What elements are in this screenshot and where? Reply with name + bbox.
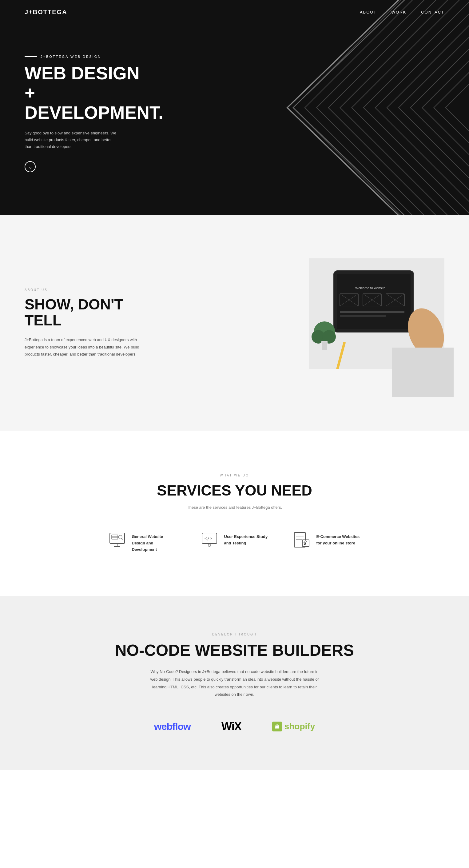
shopify-logo-text: shopify: [284, 721, 315, 732]
hero-subtitle: Say good bye to slow and expensive engin…: [25, 130, 117, 150]
wix-logo-text: WiX: [221, 720, 242, 733]
services-subtitle: These are the services and features J+Bo…: [25, 505, 444, 510]
svg-rect-3: [337, 274, 411, 329]
services-eyebrow: WHAT WE DO: [25, 474, 444, 477]
webflow-logo[interactable]: webflow: [154, 721, 191, 732]
service-label-2: User Experience Study and Testing: [224, 531, 269, 547]
svg-rect-28: [112, 535, 118, 539]
svg-point-35: [208, 544, 211, 547]
about-right: Welcome to website: [172, 258, 444, 388]
nocode-logos: webflow WiX shopify: [25, 720, 444, 733]
nav-links: ABOUT WORK CONTACT: [360, 10, 444, 14]
service-label-3: E-Commerce Websites for your online stor…: [316, 531, 361, 547]
nav-link-work[interactable]: WORK: [392, 10, 406, 14]
webflow-logo-text: webflow: [154, 721, 191, 732]
navigation: J+BOTTEGA ABOUT WORK CONTACT: [0, 0, 469, 24]
nocode-section: DEVELOP THROUGH NO-CODE WEBSITE BUILDERS…: [0, 596, 469, 770]
ecommerce-icon: $: [293, 531, 310, 549]
shopify-bag-icon: [272, 721, 282, 732]
nocode-eyebrow: DEVELOP THROUGH: [25, 633, 444, 636]
hero-title: WEB DESIGN + DEVELOPMENT.: [25, 63, 154, 122]
svg-text:Welcome to website: Welcome to website: [355, 286, 385, 290]
about-text: J+Bottega is a team of experienced web a…: [25, 336, 142, 358]
about-title: SHOW, DON'T TELL: [25, 297, 142, 329]
services-grid: General Website Design and Development <…: [25, 531, 444, 553]
nav-link-contact[interactable]: CONTACT: [421, 10, 444, 14]
svg-point-47: [277, 725, 278, 726]
svg-text:</>: </>: [205, 536, 212, 541]
service-label-1: General Website Design and Development: [132, 531, 176, 553]
shopify-logo[interactable]: shopify: [272, 721, 315, 732]
service-item-1: General Website Design and Development: [108, 531, 176, 553]
hero-eyebrow: J+BOTTEGA WEB DESIGN: [25, 55, 154, 58]
svg-point-46: [276, 725, 277, 726]
about-eyebrow: ABOUT US: [25, 288, 142, 291]
monitor-icon: [108, 531, 126, 549]
nav-logo[interactable]: J+BOTTEGA: [25, 9, 67, 16]
service-item-3: $ E-Commerce Websites for your online st…: [293, 531, 361, 553]
svg-rect-14: [340, 311, 404, 313]
services-title: SERVICES YOU NEED: [25, 482, 444, 499]
about-image-overlay: [392, 347, 454, 397]
scroll-down-button[interactable]: ⌄: [25, 161, 36, 172]
nocode-text: Why No-Code? Designers in J+Bottega beli…: [149, 668, 321, 699]
code-icon: </>: [201, 531, 218, 549]
about-left: ABOUT US SHOW, DON'T TELL J+Bottega is a…: [25, 288, 142, 358]
services-section: WHAT WE DO SERVICES YOU NEED These are t…: [0, 431, 469, 596]
wix-logo[interactable]: WiX: [221, 720, 242, 733]
hero-eyebrow-line: [25, 56, 37, 57]
service-item-2: </> User Experience Study and Testing: [201, 531, 269, 553]
about-section: ABOUT US SHOW, DON'T TELL J+Bottega is a…: [0, 215, 469, 431]
svg-rect-15: [340, 315, 386, 317]
nav-link-about[interactable]: ABOUT: [360, 10, 377, 14]
svg-text:$: $: [304, 541, 306, 546]
svg-line-32: [122, 538, 123, 539]
svg-rect-24: [392, 347, 454, 397]
nocode-title: NO-CODE WEBSITE BUILDERS: [25, 641, 444, 659]
hero-section: J+BOTTEGA WEB DESIGN WEB DESIGN + DEVELO…: [0, 0, 469, 215]
hero-content: J+BOTTEGA WEB DESIGN WEB DESIGN + DEVELO…: [0, 55, 154, 191]
svg-rect-25: [110, 533, 125, 544]
svg-rect-23: [322, 341, 327, 350]
